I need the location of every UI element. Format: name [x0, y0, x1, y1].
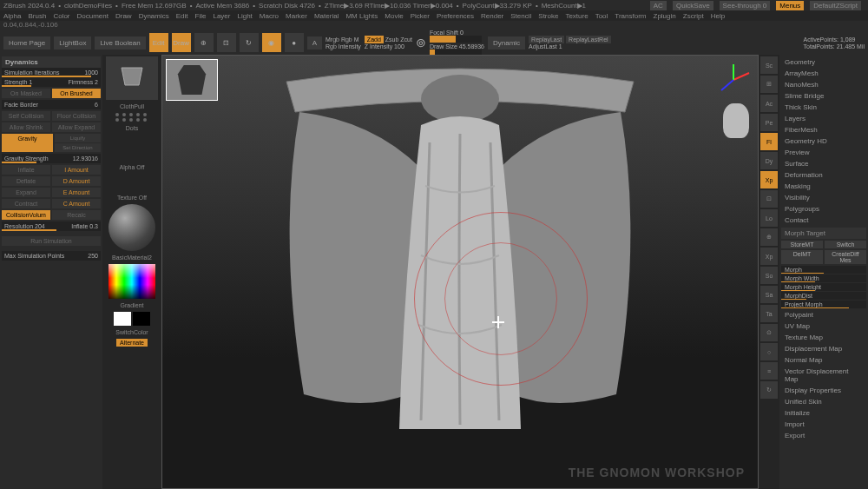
contract-amount[interactable]: C Amount — [52, 199, 101, 208]
rp-export[interactable]: Export — [781, 430, 866, 441]
menu-render[interactable]: Render — [481, 12, 503, 20]
rotate-icon[interactable]: ↻ — [240, 33, 259, 52]
menu-movie[interactable]: Movie — [385, 12, 403, 20]
creatediff-button[interactable]: CreateDiff Mes — [825, 250, 866, 264]
focal-shift[interactable]: Focal Shift 0 — [430, 30, 464, 36]
rp-normal-map[interactable]: Normal Map — [781, 354, 866, 366]
rp-unified-skin[interactable]: Unified Skin — [781, 396, 866, 407]
adjustlast[interactable]: AdjustLast 1 — [529, 43, 611, 50]
rp-geometry-hd[interactable]: Geometry HD — [781, 135, 866, 147]
menu-layer[interactable]: Layer — [213, 12, 230, 20]
menu-transform[interactable]: Transform — [615, 12, 646, 20]
expand-button[interactable]: Expand — [2, 188, 50, 197]
menu-light[interactable]: Light — [237, 12, 252, 20]
rp-polygroups[interactable]: Polygroups — [781, 203, 866, 215]
z-intensity[interactable]: Z Intensity 100 — [365, 43, 412, 50]
menu-material[interactable]: Material — [314, 12, 339, 20]
inflate-amount[interactable]: I Amount — [52, 165, 101, 175]
m-button[interactable]: M — [354, 36, 359, 43]
rp-fibermesh[interactable]: FiberMesh — [781, 124, 866, 135]
self-collision-button[interactable]: Self Collision — [2, 111, 50, 121]
rgb-intensity[interactable]: Rgb Intensity — [326, 43, 361, 50]
gravity-button[interactable]: Gravity — [2, 134, 53, 152]
dynamics-header[interactable]: Dynamics — [2, 56, 101, 68]
morph-dist-slider[interactable]: MorphDist — [781, 292, 866, 300]
right-tool-14[interactable]: ⊙ — [760, 324, 778, 341]
right-tool-13[interactable]: Ta — [760, 305, 778, 322]
menu-zscript[interactable]: Zscript — [683, 12, 704, 20]
right-tool-6[interactable]: Xp — [760, 171, 778, 188]
menu-picker[interactable]: Picker — [411, 12, 430, 20]
draw-icon[interactable]: Draw — [172, 33, 191, 52]
zcut-button[interactable]: Zcut — [400, 36, 412, 43]
draw-size[interactable]: Draw Size 45.58936 — [430, 43, 484, 50]
rp-slime-bridge[interactable]: Slime Bridge — [781, 90, 866, 102]
reference-head[interactable] — [723, 103, 749, 138]
dynamic-button[interactable]: Dynamic — [488, 36, 525, 50]
gradient-button[interactable]: Gradient — [121, 302, 144, 308]
right-tool-3[interactable]: Pe — [760, 114, 778, 131]
a-button[interactable]: A — [307, 36, 322, 50]
project-morph-slider[interactable]: Project Morph — [781, 301, 866, 308]
morph-slider[interactable]: Morph — [781, 266, 866, 274]
allow-shrink-button[interactable]: Allow Shrink — [2, 122, 50, 132]
right-tool-4[interactable]: Fl — [760, 133, 778, 150]
quicksave-button[interactable]: QuickSave — [673, 1, 713, 10]
sim-iterations-slider[interactable]: Simulation Iterations1000 — [2, 68, 101, 77]
rp-deformation[interactable]: Deformation — [781, 169, 866, 181]
stroke-dots-icon[interactable] — [115, 113, 148, 122]
rp-contact[interactable]: Contact — [781, 215, 866, 226]
right-tool-1[interactable]: ⊞ — [760, 76, 778, 93]
ac-button[interactable]: AC — [650, 1, 667, 10]
right-tool-0[interactable]: Sc — [760, 56, 778, 74]
expand-amount[interactable]: E Amount — [52, 188, 101, 197]
brush-preview[interactable] — [106, 56, 158, 100]
scale-icon[interactable]: ⊡ — [217, 33, 236, 52]
menu-macro[interactable]: Macro — [260, 12, 279, 20]
right-tool-11[interactable]: So — [760, 267, 778, 284]
rp-initialize[interactable]: Initialize — [781, 407, 866, 419]
zsub-button[interactable]: Zsub — [385, 36, 399, 43]
menu-color[interactable]: Color — [53, 12, 69, 20]
switch-button[interactable]: Switch — [825, 241, 866, 248]
secondary-swatch[interactable] — [133, 312, 150, 326]
rp-display-properties[interactable]: Display Properties — [781, 385, 866, 396]
zadd-button[interactable]: Zadd — [365, 36, 384, 43]
rp-vector-displacement-map[interactable]: Vector Displacement Map — [781, 366, 866, 385]
morph-height-slider[interactable]: Morph Height — [781, 283, 866, 291]
switch-color-button[interactable]: SwitchColor — [115, 329, 148, 335]
right-tool-12[interactable]: Sa — [760, 286, 778, 303]
deflate-button[interactable]: Deflate — [2, 176, 50, 186]
rp-visibility[interactable]: Visibility — [781, 192, 866, 203]
strength-firmness-slider[interactable]: Strength 1Firmness 2 — [2, 77, 101, 87]
color-picker[interactable] — [108, 264, 155, 299]
morph-target-section[interactable]: Morph Target — [781, 228, 866, 239]
replaylastrel-button[interactable]: ReplayLastRel — [566, 36, 611, 43]
storemt-button[interactable]: StoreMT — [781, 241, 823, 248]
menu-alpha[interactable]: Alpha — [3, 12, 21, 20]
rgb-button[interactable]: Rgb — [341, 36, 352, 43]
rp-surface[interactable]: Surface — [781, 158, 866, 169]
menu-brush[interactable]: Brush — [28, 12, 46, 20]
on-masked-button[interactable]: On Masked — [2, 89, 50, 98]
rp-polypaint[interactable]: Polypaint — [781, 309, 866, 320]
fade-border-slider[interactable]: Fade Border6 — [2, 100, 101, 109]
gizmo-icon[interactable]: ◉ — [262, 33, 281, 52]
menu-edit[interactable]: Edit — [176, 12, 188, 20]
right-tool-9[interactable]: ⊕ — [760, 228, 778, 246]
viewport-thumbnail[interactable] — [166, 59, 218, 101]
rp-thick-skin[interactable]: Thick Skin — [781, 102, 866, 113]
move-icon[interactable]: ⊕ — [194, 33, 214, 52]
lightbox-button[interactable]: LightBox — [54, 36, 91, 50]
replaylast-button[interactable]: ReplayLast — [529, 36, 564, 43]
menu-help[interactable]: Help — [711, 12, 725, 20]
allow-expand-button[interactable]: Allow Expand — [52, 122, 101, 132]
inflate-button[interactable]: Inflate — [2, 165, 50, 175]
contract-button[interactable]: Contract — [2, 199, 50, 208]
menu-stroke[interactable]: Stroke — [538, 12, 558, 20]
menu-tool[interactable]: Tool — [595, 12, 608, 20]
right-tool-5[interactable]: Dy — [760, 152, 778, 169]
axis-gizmo[interactable] — [716, 63, 751, 97]
max-sim-points-slider[interactable]: Max Simulation Points250 — [2, 251, 101, 261]
rp-import[interactable]: Import — [781, 419, 866, 430]
